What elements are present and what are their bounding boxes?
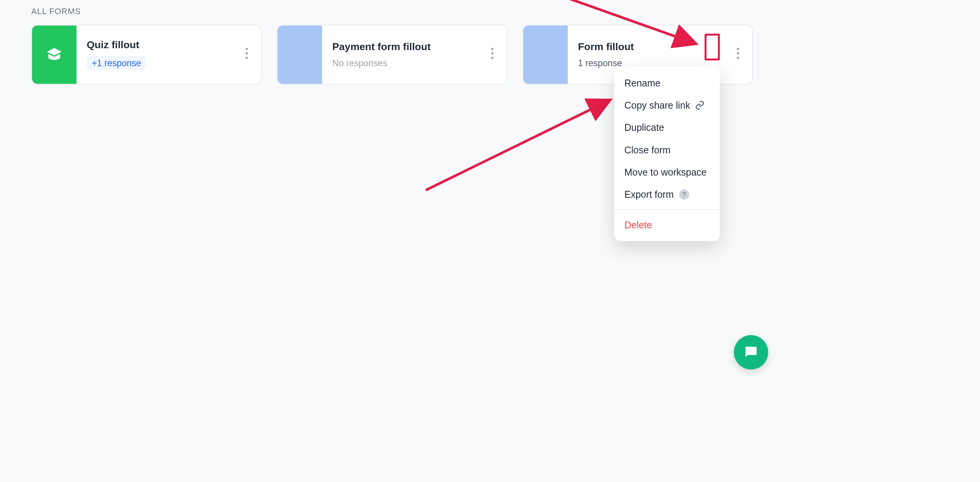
card-title: Form fillout (578, 41, 746, 53)
main-content: Created date Invite member Make a Fillou… (0, 0, 785, 386)
chat-support-button[interactable] (734, 335, 768, 370)
ctx-move-workspace[interactable]: Move to workspace (614, 161, 720, 183)
card-accent (523, 25, 568, 84)
svg-point-12 (246, 48, 248, 50)
annotation-highlight-dots (705, 34, 720, 60)
context-menu: Rename Copy share link Duplicate Close f… (614, 67, 720, 241)
svg-point-13 (246, 52, 248, 55)
svg-point-17 (491, 57, 493, 59)
ctx-copy-share-link[interactable]: Copy share link (614, 94, 720, 116)
svg-point-19 (737, 52, 739, 55)
svg-point-16 (491, 52, 493, 55)
form-card-payment[interactable]: Payment form fillout No responses (277, 25, 507, 85)
ctx-duplicate[interactable]: Duplicate (614, 116, 720, 138)
card-more-button[interactable] (733, 44, 743, 66)
svg-point-18 (737, 48, 739, 50)
card-accent (32, 25, 76, 84)
dots-vertical-icon (245, 48, 248, 59)
help-icon: ? (679, 189, 689, 200)
annotation-arrow-2 (420, 76, 623, 197)
svg-point-15 (491, 48, 493, 50)
ctx-close-form[interactable]: Close form (614, 138, 720, 161)
section-all-forms-label: ALL FORMS (31, 7, 753, 16)
svg-line-22 (426, 100, 610, 190)
card-more-button[interactable] (241, 44, 252, 66)
dots-vertical-icon (491, 48, 494, 59)
svg-point-14 (246, 57, 248, 59)
divider (614, 209, 720, 210)
card-accent (278, 25, 322, 84)
dots-vertical-icon (737, 48, 740, 59)
ctx-rename[interactable]: Rename (614, 72, 720, 94)
ctx-delete[interactable]: Delete (614, 214, 720, 236)
ctx-export-form[interactable]: Export form ? (614, 183, 720, 205)
card-more-button[interactable] (487, 44, 498, 66)
form-card-quiz[interactable]: Quiz fillout +1 response (31, 25, 262, 85)
graduation-icon (45, 46, 63, 64)
card-responses: No responses (332, 58, 500, 68)
card-responses: +1 response (87, 56, 146, 70)
link-icon (695, 101, 705, 110)
card-title: Payment form fillout (332, 41, 500, 53)
card-title: Quiz fillout (87, 39, 255, 51)
svg-point-20 (737, 57, 739, 59)
chat-icon (743, 344, 759, 360)
